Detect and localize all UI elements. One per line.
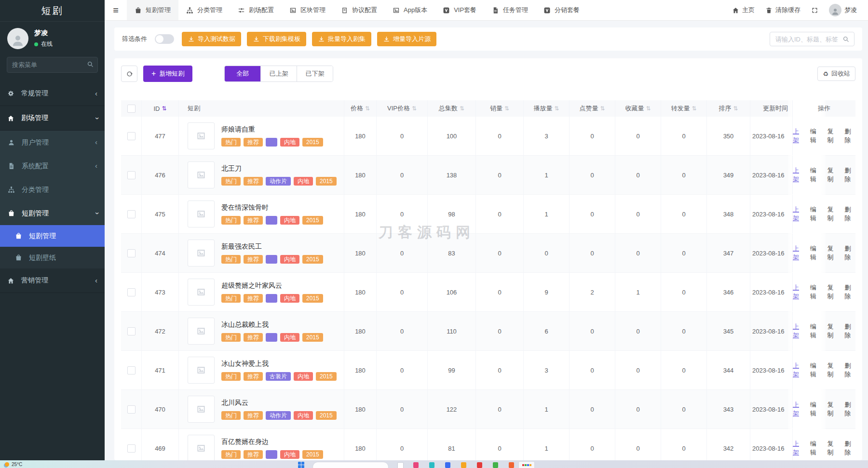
recycle-bin-button[interactable]: ♻ 回收站 bbox=[817, 67, 855, 81]
sort-toggle-icon[interactable]: ⇅ bbox=[554, 105, 559, 112]
action-delete-link[interactable]: 删除 bbox=[844, 440, 855, 457]
action-edit-link[interactable]: 编辑 bbox=[810, 244, 821, 262]
action-delete-link[interactable]: 删除 bbox=[844, 127, 855, 145]
nav-tab-category-management[interactable]: 分类管理 bbox=[178, 0, 230, 20]
action-publish-link[interactable]: 上架 bbox=[793, 127, 804, 145]
search-icon[interactable] bbox=[87, 61, 94, 68]
sort-toggle-icon[interactable]: ⇅ bbox=[646, 105, 651, 112]
action-publish-link[interactable]: 上架 bbox=[793, 361, 804, 379]
action-copy-link[interactable]: 复制 bbox=[827, 361, 839, 379]
sidebar-item-user-management[interactable]: 用户管理‹ bbox=[0, 131, 105, 154]
action-copy-link[interactable]: 复制 bbox=[827, 283, 839, 301]
taskbar-app-icon[interactable] bbox=[429, 462, 434, 468]
weather-widget[interactable]: 25°C bbox=[5, 462, 22, 467]
nav-tab-drama-management[interactable]: 短剧管理 bbox=[127, 0, 178, 20]
sort-toggle-icon[interactable]: ⇅ bbox=[460, 105, 464, 112]
select-all-checkbox[interactable] bbox=[127, 105, 136, 113]
sort-toggle-icon[interactable]: ⇅ bbox=[600, 105, 605, 112]
taskbar-app-icon[interactable] bbox=[445, 462, 450, 468]
action-publish-link[interactable]: 上架 bbox=[793, 166, 804, 184]
row-checkbox[interactable] bbox=[127, 405, 136, 414]
action-edit-link[interactable]: 编辑 bbox=[810, 401, 821, 418]
tab-on-shelf[interactable]: 已上架 bbox=[260, 66, 297, 81]
action-publish-link[interactable]: 上架 bbox=[793, 401, 804, 418]
action-publish-link[interactable]: 上架 bbox=[793, 322, 804, 340]
action-edit-link[interactable]: 编辑 bbox=[810, 205, 821, 223]
row-checkbox[interactable] bbox=[127, 366, 136, 374]
taskbar-app-icon[interactable] bbox=[413, 462, 419, 468]
nav-tab-protocol-config[interactable]: 协议配置 bbox=[333, 0, 385, 20]
action-copy-link[interactable]: 复制 bbox=[827, 127, 839, 145]
sort-toggle-icon[interactable]: ⇅ bbox=[365, 105, 370, 112]
sidebar-item-marketing-management[interactable]: 营销管理‹ bbox=[0, 268, 105, 293]
sidebar-item-drama-management-list[interactable]: 短剧管理 bbox=[0, 225, 105, 247]
taskbar-app-icon[interactable] bbox=[461, 462, 466, 468]
action-delete-link[interactable]: 删除 bbox=[844, 166, 855, 184]
taskbar-app-icon[interactable] bbox=[509, 462, 514, 468]
action-edit-link[interactable]: 编辑 bbox=[810, 127, 821, 145]
row-checkbox[interactable] bbox=[127, 327, 136, 335]
sort-toggle-icon[interactable]: ⇅ bbox=[162, 105, 166, 112]
sidebar-item-category-management[interactable]: 分类管理 bbox=[0, 178, 105, 201]
nav-tab-app-version[interactable]: App版本 bbox=[385, 0, 435, 20]
table-search-input[interactable] bbox=[774, 35, 840, 43]
refresh-button[interactable] bbox=[121, 66, 137, 82]
taskbar-search[interactable] bbox=[312, 462, 389, 468]
add-drama-button[interactable]: + 新增短剧 bbox=[143, 66, 192, 82]
action-edit-link[interactable]: 编辑 bbox=[810, 322, 821, 340]
nav-tab-task-management[interactable]: 任务管理 bbox=[484, 0, 536, 20]
fullscreen-button[interactable] bbox=[806, 0, 824, 20]
action-delete-link[interactable]: 删除 bbox=[844, 401, 855, 418]
clear-cache-button[interactable]: 清除缓存 bbox=[760, 0, 806, 20]
nav-tab-theater-config[interactable]: 剧场配置 bbox=[230, 0, 282, 20]
sort-toggle-icon[interactable]: ⇅ bbox=[412, 105, 417, 112]
action-edit-link[interactable]: 编辑 bbox=[810, 440, 821, 457]
action-delete-link[interactable]: 删除 bbox=[844, 205, 855, 223]
action-delete-link[interactable]: 删除 bbox=[844, 322, 855, 340]
action-edit-link[interactable]: 编辑 bbox=[810, 361, 821, 379]
action-copy-link[interactable]: 复制 bbox=[827, 166, 839, 184]
action-copy-link[interactable]: 复制 bbox=[827, 440, 839, 457]
start-button[interactable] bbox=[298, 462, 304, 468]
sort-toggle-icon[interactable]: ⇅ bbox=[692, 105, 696, 112]
taskbar-active-app[interactable] bbox=[518, 461, 535, 468]
sidebar-item-drama-wallpaper[interactable]: 短剧壁纸 bbox=[0, 247, 105, 268]
sort-toggle-icon[interactable]: ⇅ bbox=[733, 105, 738, 112]
sidebar-item-general-management[interactable]: 常规管理‹ bbox=[0, 81, 105, 106]
action-edit-link[interactable]: 编辑 bbox=[810, 283, 821, 301]
taskbar-app-icon[interactable] bbox=[493, 462, 498, 468]
row-checkbox[interactable] bbox=[127, 288, 136, 296]
row-checkbox[interactable] bbox=[127, 444, 136, 453]
action-publish-link[interactable]: 上架 bbox=[793, 283, 804, 301]
tab-off-shelf[interactable]: 已下架 bbox=[297, 66, 333, 81]
action-delete-link[interactable]: 删除 bbox=[844, 361, 855, 379]
row-checkbox[interactable] bbox=[127, 132, 136, 140]
action-delete-link[interactable]: 删除 bbox=[844, 244, 855, 262]
sidebar-item-theater-management[interactable]: 剧场管理‹ bbox=[0, 106, 105, 131]
action-copy-link[interactable]: 复制 bbox=[827, 244, 839, 262]
button-batch-import-episodes[interactable]: 批量导入剧集 bbox=[312, 32, 371, 46]
action-publish-link[interactable]: 上架 bbox=[793, 244, 804, 262]
action-delete-link[interactable]: 删除 bbox=[844, 283, 855, 301]
nav-tab-vip-package[interactable]: VIP套餐 bbox=[435, 0, 484, 20]
home-button[interactable]: 主页 bbox=[727, 0, 760, 20]
search-icon[interactable] bbox=[842, 36, 850, 43]
sidebar-item-system-config[interactable]: 系统配置‹ bbox=[0, 154, 105, 178]
action-edit-link[interactable]: 编辑 bbox=[810, 166, 821, 184]
row-checkbox[interactable] bbox=[127, 249, 136, 257]
row-checkbox[interactable] bbox=[127, 171, 136, 179]
menu-search-input[interactable] bbox=[7, 57, 98, 73]
action-publish-link[interactable]: 上架 bbox=[793, 440, 804, 457]
action-copy-link[interactable]: 复制 bbox=[827, 205, 839, 223]
button-incremental-import-source[interactable]: 增量导入片源 bbox=[377, 32, 436, 46]
tab-all[interactable]: 全部 bbox=[225, 66, 260, 81]
action-publish-link[interactable]: 上架 bbox=[793, 205, 804, 223]
sidebar-item-drama-management[interactable]: 短剧管理‹ bbox=[0, 201, 105, 225]
nav-tab-distribution-package[interactable]: 分销套餐 bbox=[536, 0, 587, 20]
taskbar-app-icon[interactable] bbox=[397, 462, 404, 468]
filter-toggle[interactable] bbox=[155, 34, 174, 44]
taskbar-app-icon[interactable] bbox=[477, 462, 482, 468]
row-checkbox[interactable] bbox=[127, 210, 136, 218]
sort-toggle-icon[interactable]: ⇅ bbox=[504, 105, 509, 112]
nav-tab-block-management[interactable]: 区块管理 bbox=[282, 0, 333, 20]
